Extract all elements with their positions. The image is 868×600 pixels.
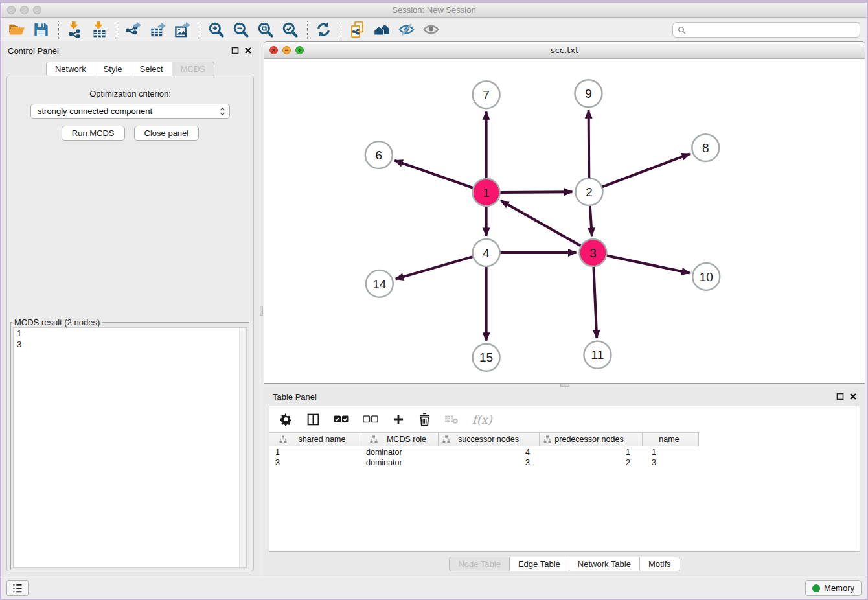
splitter-grip[interactable] [260, 306, 263, 316]
float-icon [836, 393, 844, 400]
delete-table-button[interactable] [443, 413, 460, 426]
toolbar-separator [58, 21, 59, 39]
import-network-icon [66, 21, 84, 38]
show-all-button[interactable] [421, 19, 442, 40]
graph-edge-3-11[interactable] [593, 266, 597, 338]
refresh-button[interactable] [314, 19, 334, 40]
optimization-criterion-value: strongly connected component [38, 106, 220, 116]
graph-edge-3-10[interactable] [606, 255, 690, 273]
table-settings-button[interactable] [279, 411, 294, 427]
tab-select[interactable]: Select [131, 62, 172, 76]
import-table-button[interactable] [89, 19, 110, 40]
import-network-button[interactable] [65, 19, 86, 40]
checked-boxes-icon [334, 415, 349, 424]
network-graph[interactable]: 7968124314101511 [264, 59, 865, 383]
plus-icon [392, 413, 405, 426]
export-table-icon [149, 21, 166, 38]
graph-edge-1-6[interactable] [394, 161, 473, 188]
export-image-button[interactable] [172, 19, 193, 40]
tab-style[interactable]: Style [95, 62, 131, 76]
table-panel-close-button[interactable] [849, 392, 858, 401]
run-mcds-button[interactable]: Run MCDS [62, 126, 125, 141]
hide-selected-button[interactable] [396, 19, 417, 40]
graph-edge-2-3[interactable] [590, 205, 592, 236]
table-row[interactable]: 1 dominator 4 1 1 [269, 447, 860, 457]
status-bar: Memory [1, 577, 867, 599]
tab-mcds[interactable]: MCDS [172, 62, 214, 76]
task-history-button[interactable] [6, 580, 29, 596]
graph-node-label-3: 3 [589, 246, 597, 260]
mcds-result-legend: MCDS result (2 nodes) [12, 317, 102, 327]
vertical-splitter[interactable] [259, 41, 264, 577]
toolbar-separator [117, 21, 117, 39]
optimization-criterion-select[interactable]: strongly connected component [30, 104, 230, 119]
column-layout-button[interactable] [305, 411, 321, 428]
delete-rows-button[interactable] [417, 411, 432, 428]
close-panel-button[interactable]: Close panel [134, 126, 200, 141]
toolbar-separator [341, 21, 341, 39]
column-header-name[interactable]: name [643, 433, 699, 446]
new-network-from-selection-button[interactable] [347, 19, 368, 40]
network-canvas[interactable]: 7968124314101511 [264, 59, 865, 383]
mcds-result-line: 1 [14, 328, 246, 339]
open-session-button[interactable] [6, 19, 27, 40]
clear-selection-button[interactable] [361, 413, 380, 425]
close-icon [849, 393, 857, 400]
zoom-fit-button[interactable] [255, 19, 276, 40]
cell-name: 1 [643, 448, 699, 457]
cell-shared-name: 1 [269, 448, 360, 457]
column-header-successor-nodes[interactable]: successor nodes [439, 433, 540, 446]
graph-edge-4-14[interactable] [396, 257, 474, 279]
cell-mcds-role: dominator [360, 458, 439, 467]
zoom-out-button[interactable] [231, 19, 251, 40]
graph-edge-1-2[interactable] [500, 192, 573, 192]
export-table-button[interactable] [148, 19, 168, 40]
column-header-shared-name[interactable]: shared name [269, 433, 360, 446]
first-neighbors-button[interactable] [372, 19, 393, 40]
mcds-result-text[interactable]: 1 3 [13, 327, 247, 568]
open-folder-icon [8, 21, 25, 38]
select-all-button[interactable] [332, 413, 350, 425]
export-network-button[interactable] [123, 19, 144, 40]
table-panel-float-button[interactable] [836, 392, 845, 401]
graph-edge-2-8[interactable] [602, 154, 690, 187]
save-session-button[interactable] [31, 19, 52, 40]
network-frame: scc.txt 7968124314101511 [264, 41, 865, 384]
graph-edge-3-1[interactable] [501, 201, 581, 246]
control-panel-header: Control Panel [1, 41, 259, 60]
memory-label: Memory [824, 583, 854, 593]
tab-node-table[interactable]: Node Table [449, 557, 510, 571]
graph-node-label-8: 8 [702, 141, 709, 155]
tab-network-table[interactable]: Network Table [569, 557, 640, 571]
add-row-button[interactable] [391, 411, 406, 427]
clone-network-icon [348, 21, 366, 38]
zoom-in-button[interactable] [206, 19, 227, 40]
eye-icon [422, 21, 440, 38]
tab-edge-table[interactable]: Edge Table [509, 557, 569, 571]
zoom-selected-button[interactable] [280, 19, 301, 40]
export-network-icon [124, 21, 142, 38]
zoom-in-icon [207, 21, 225, 38]
control-panel-float-button[interactable] [231, 46, 240, 55]
table-panel-title: Table Panel [273, 392, 317, 402]
column-header-mcds-role[interactable]: MCDS role [360, 433, 439, 446]
tab-motifs[interactable]: Motifs [639, 557, 680, 571]
network-frame-title: scc.txt [264, 45, 865, 55]
toolbar-separator [307, 21, 308, 39]
main-toolbar [1, 18, 867, 41]
graph-edge-2-9[interactable] [589, 110, 589, 178]
splitter-grip[interactable] [560, 384, 569, 387]
trash-icon [418, 413, 431, 426]
apply-function-button[interactable]: f(x) [471, 411, 494, 428]
cell-shared-name: 3 [269, 458, 360, 467]
houses-icon [373, 21, 391, 38]
eye-slash-icon [398, 21, 415, 38]
column-header-predecessor-nodes[interactable]: predecessor nodes [540, 433, 643, 446]
memory-button[interactable]: Memory [805, 580, 862, 596]
search-icon [678, 26, 686, 34]
search-input[interactable] [689, 25, 855, 36]
tab-network[interactable]: Network [46, 62, 95, 76]
result-scrollbar[interactable] [239, 328, 246, 567]
control-panel-close-button[interactable] [244, 46, 253, 55]
table-row[interactable]: 3 dominator 3 2 3 [269, 457, 860, 468]
